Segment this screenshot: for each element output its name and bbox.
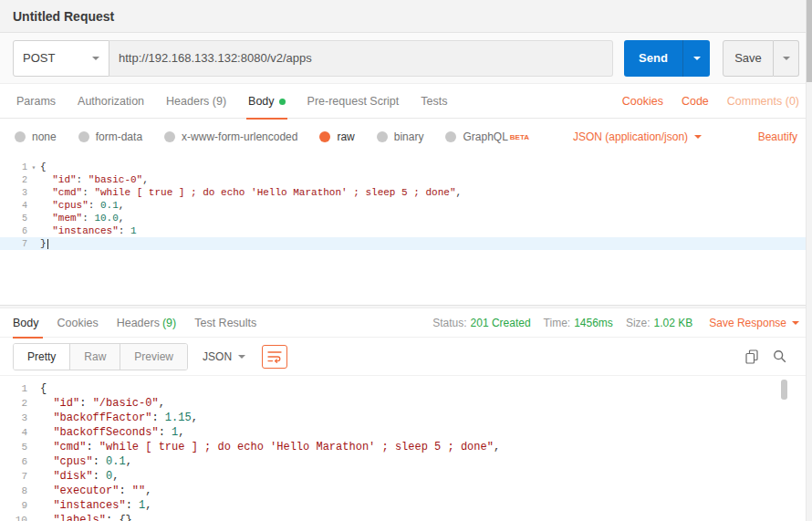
search-response-button[interactable] (773, 349, 786, 363)
tab-label: Tests (421, 95, 447, 108)
radio-icon (445, 131, 456, 142)
code-line-5: 5 "cmd": "while [ true ] ; do echo 'Hell… (0, 440, 812, 454)
code-text: "backoffFactor": 1.15, (40, 412, 198, 424)
chevron-down-icon (792, 321, 799, 325)
line-number: 7 (0, 239, 27, 249)
text-cursor (47, 239, 48, 249)
chevron-down-icon (694, 135, 702, 139)
request-title: Untitled Request (13, 9, 114, 24)
wrap-lines-button[interactable] (262, 345, 287, 369)
tab-body[interactable]: Body (237, 84, 297, 119)
response-view-switcher: Pretty Raw Preview (13, 343, 188, 370)
tab-label: Cookies (57, 317, 99, 329)
code-text: "cmd": "while [ true ] ; do echo 'Hello … (40, 441, 500, 453)
radio-form-data[interactable]: form-data (78, 130, 142, 143)
comments-link[interactable]: Comments (0) (727, 95, 799, 108)
save-button-group: Save (723, 40, 799, 77)
response-tab-body[interactable]: Body (13, 308, 48, 338)
tab-params[interactable]: Params (5, 84, 67, 119)
pretty-view-tab[interactable]: Pretty (14, 344, 70, 370)
response-toolbar: Pretty Raw Preview JSON (0, 338, 812, 376)
response-body-editor[interactable]: 1{2 "id": "/basic-0",3 "backoffFactor": … (0, 376, 812, 521)
tab-label: Authorization (78, 95, 144, 108)
tab-headers[interactable]: Headers (9) (155, 84, 237, 119)
page-scrollbar[interactable] (806, 0, 812, 521)
radio-raw[interactable]: raw (319, 130, 354, 143)
code-text: "executor": "", (40, 485, 151, 497)
response-scrollbar[interactable] (781, 380, 787, 516)
scrollbar-thumb[interactable] (807, 0, 812, 82)
code-line-9: 9 "instances": 1, (0, 498, 812, 513)
content-type-select[interactable]: JSON (application/json) (573, 130, 702, 143)
request-body-editor[interactable]: 1▾{2 "id": "basic-0",3 "cmd": "while [ t… (0, 155, 812, 305)
send-button[interactable]: Send (624, 40, 682, 77)
code-text: "disk": 0, (40, 470, 119, 483)
radio-label: binary (394, 130, 424, 143)
body-content-dot (279, 99, 286, 105)
radio-label: x-www-form-urlencoded (182, 130, 297, 143)
tab-label: Headers (117, 317, 160, 329)
line-number: 6 (0, 226, 27, 236)
line-number: 1 (0, 383, 27, 394)
raw-view-tab[interactable]: Raw (70, 344, 120, 370)
code-text: "cpus": 0.1, (40, 200, 124, 211)
tab-pre-request-script[interactable]: Pre-request Script (297, 84, 411, 119)
send-button-group: Send (624, 40, 710, 77)
tab-authorization[interactable]: Authorization (67, 84, 155, 119)
radio-none[interactable]: none (15, 130, 57, 143)
radio-icon (15, 131, 26, 142)
save-options-button[interactable] (774, 40, 799, 77)
response-tab-cookies[interactable]: Cookies (48, 308, 108, 338)
cookies-link[interactable]: Cookies (622, 95, 663, 108)
headers-count: (9) (162, 317, 176, 329)
beautify-link[interactable]: Beautify (758, 130, 797, 143)
radio-selected-icon (319, 131, 330, 142)
code-link[interactable]: Code (682, 95, 709, 108)
fold-arrow-icon[interactable]: ▾ (27, 163, 40, 172)
radio-icon (78, 131, 89, 142)
line-number: 2 (0, 398, 27, 409)
title-bar: Untitled Request (0, 0, 812, 33)
response-language-select[interactable]: JSON (203, 350, 245, 363)
line-number: 2 (0, 175, 27, 185)
radio-graphql[interactable]: GraphQLBETA (445, 130, 529, 143)
copy-response-button[interactable] (745, 349, 758, 364)
code-line-3: 3 "backoffFactor": 1.15, (0, 411, 812, 425)
code-text: "labels": {}, (40, 514, 139, 521)
response-tab-headers[interactable]: Headers(9) (108, 308, 186, 338)
code-line-5: 5 "mem": 10.0, (0, 212, 812, 224)
code-text: "backoffSeconds": 1, (40, 426, 184, 439)
tab-label: Params (16, 95, 56, 108)
save-response-label: Save Response (709, 317, 786, 329)
url-input[interactable] (109, 40, 613, 77)
language-value: JSON (203, 350, 232, 363)
time-label: Time: (544, 317, 571, 329)
code-text: "instances": 1 (40, 225, 137, 236)
save-response-button[interactable]: Save Response (709, 317, 799, 329)
radio-icon (164, 131, 175, 142)
preview-view-tab[interactable]: Preview (120, 344, 187, 370)
size-value: 1.02 KB (654, 317, 693, 329)
response-tab-test-results[interactable]: Test Results (185, 308, 265, 338)
chevron-down-icon (693, 57, 701, 60)
save-button[interactable]: Save (723, 40, 774, 77)
send-options-button[interactable] (682, 40, 710, 77)
line-number: 10 (0, 515, 27, 521)
code-line-2: 2 "id": "basic-0", (0, 173, 812, 186)
line-number: 1 (0, 162, 27, 172)
scrollbar-thumb[interactable] (781, 380, 787, 400)
request-url-bar: POST Send Save (0, 33, 812, 84)
code-text: "cpus": 0.1, (40, 455, 132, 468)
tab-tests[interactable]: Tests (410, 84, 458, 119)
copy-icon (745, 349, 758, 364)
method-select[interactable]: POST (13, 40, 109, 77)
line-number: 5 (0, 214, 27, 224)
tab-label: Headers (9) (166, 95, 226, 108)
radio-binary[interactable]: binary (377, 130, 424, 143)
radio-label: form-data (96, 130, 142, 143)
radio-x-www-form-urlencoded[interactable]: x-www-form-urlencoded (164, 130, 297, 143)
beta-badge: BETA (510, 133, 529, 141)
tab-label: Body (248, 95, 275, 108)
line-number: 3 (0, 412, 27, 423)
status-label: Status: (432, 317, 466, 329)
